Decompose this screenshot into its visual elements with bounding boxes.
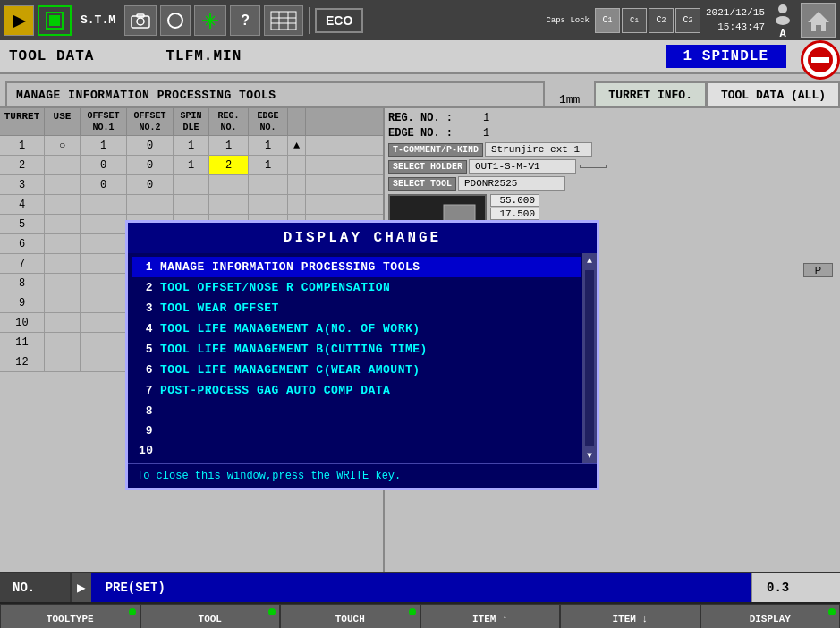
th-edge: EDGENO. [249,108,288,135]
grid-btn[interactable] [264,5,303,36]
t-comment-value[interactable]: Strunjire ext 1 [485,142,592,157]
crosshair-btn[interactable] [194,5,226,36]
modal-item[interactable]: 9 [132,420,581,440]
edge-no-value: 1 [483,127,489,140]
modal-item[interactable]: 5TOOL LIFE MANAGEMENT B(CUTTING TIME) [132,339,581,360]
modal-item-label: TOOL WEAR OFFSET [160,301,279,315]
caps-lock-label: Caps Lock [546,16,590,25]
td-off2: 0 [127,175,174,194]
modal-item[interactable]: 7POST-PROCESS GAG AUTO COMP DATA [132,380,581,401]
t-comment-row: T-COMMENT/P-KIND Strunjire ext 1 [388,142,836,157]
td-off1 [81,234,127,253]
status-arrow[interactable]: ▶ [72,579,91,597]
svg-rect-1 [49,15,60,26]
modal-item-label: TOOL LIFE MANAGEMENT C(WEAR AMOUNT) [160,363,420,377]
green-dot-2 [268,608,276,615]
td-spin: 1 [174,136,209,155]
c1-alt-btn[interactable]: C1 [622,8,647,33]
td-off1 [81,274,127,293]
turret-info-tab[interactable]: TURRET INFO. [594,81,707,106]
td-turret: 3 [0,175,45,194]
modal-item-num: 1 [139,260,153,274]
td-edge [249,195,288,214]
svg-rect-19 [811,57,829,63]
th-use: USE [45,108,81,135]
td-turret: 10 [0,313,45,332]
td-off1: 0 [81,175,127,194]
td-reg: 1 [209,136,249,155]
td-use [45,293,81,312]
modal-item[interactable]: 2TOOL OFFSET/NOSE R COMPENSATION [132,277,581,298]
fn-display[interactable]: DISPLAY [700,604,841,628]
td-reg [209,195,249,214]
modal-item-num: 4 [139,322,153,335]
table-row[interactable]: 1○10111▲ [0,136,383,156]
svg-point-3 [137,18,144,25]
td-off1 [81,195,127,214]
fn-touch[interactable]: TOUCH [280,604,420,628]
modal-scrollbar: ▲ ▼ [582,253,597,463]
modal-item-num: 10 [139,444,154,457]
fn-tool[interactable]: TOOL [140,604,281,628]
svg-point-16 [776,16,790,25]
th-turret: TURRET [0,108,45,135]
c2-alt-btn[interactable]: C2 [675,8,700,33]
scroll-down[interactable]: ▼ [584,448,595,463]
fn-tooltype[interactable]: TOOLTYPE [0,604,140,628]
modal-items: 1MANAGE INFORMATION PROCESSING TOOLS2TOO… [132,257,581,460]
td-use [45,333,81,352]
modal-item[interactable]: 1MANAGE INFORMATION PROCESSING TOOLS [132,257,581,277]
tool-data-all-tab[interactable]: TOOL DATA (ALL) [707,81,840,106]
modal-item[interactable]: 8 [132,401,581,420]
td-turret: 8 [0,274,45,293]
modal-item[interactable]: 6TOOL LIFE MANAGEMENT C(WEAR AMOUNT) [132,360,581,380]
table-row[interactable]: 4 [0,195,383,215]
td-off1 [81,333,127,352]
td-off1 [81,313,127,332]
td-use [45,156,81,174]
td-use [45,254,81,273]
fn-item-down[interactable]: ITEM ↓ [560,604,700,628]
modal-item[interactable]: 10 [132,440,581,460]
td-turret: 9 [0,293,45,312]
modal-item[interactable]: 4TOOL LIFE MANAGEMENT A(NO. OF WORK) [132,318,581,339]
select-holder-row: SELECT HOLDER OUT1-S-M-V1 [388,159,836,174]
td-turret: 5 [0,215,45,233]
modal-item-label: TOOL LIFE MANAGEMENT A(NO. OF WORK) [160,322,420,335]
modal-item-label: TOOL LIFE MANAGEMENT B(CUTTING TIME) [160,343,428,356]
eco-button[interactable]: ECO [315,8,363,33]
td-off1: 0 [81,156,127,174]
td-off1: 1 [81,136,127,155]
modal-item-label: TOOL OFFSET/NOSE R COMPENSATION [160,281,390,294]
camera-btn[interactable] [124,5,157,36]
td-turret: 4 [0,195,45,214]
p-button-1[interactable]: P [803,263,833,277]
meas-value-2: 17.500 [490,208,539,220]
table-row[interactable]: 300 [0,175,383,195]
home-button[interactable] [801,3,836,38]
td-turret: 7 [0,254,45,273]
c1-btn[interactable]: C1 [595,8,620,33]
td-spin [174,175,209,194]
table-row[interactable]: 200121 [0,156,383,175]
modal-footer: To close this window,press the WRITE key… [128,463,597,488]
help-btn[interactable]: ? [230,5,260,36]
select-holder-value[interactable]: OUT1-S-M-V1 [469,159,576,174]
green-border-btn[interactable] [38,5,72,36]
tool-data-title: TOOL DATA [9,48,94,64]
unit-label: 1mm [545,93,594,106]
td-reg: 2 [209,156,249,174]
c2-btn[interactable]: C2 [649,8,674,33]
reg-no-label: REG. NO. : [388,112,478,124]
back-button[interactable]: ▶ [4,5,34,36]
circle-btn[interactable] [160,5,191,36]
holder-button[interactable] [580,165,607,168]
td-spin [174,195,209,214]
select-holder-label: SELECT HOLDER [388,160,467,174]
td-off1 [81,352,127,371]
scroll-up[interactable]: ▲ [584,253,595,268]
select-tool-value[interactable]: PDONR2525 [458,176,565,191]
modal-item[interactable]: 3TOOL WEAR OFFSET [132,298,581,318]
fn-item-up[interactable]: ITEM ↑ [420,604,561,628]
stm-label: S.T.M [75,5,121,36]
